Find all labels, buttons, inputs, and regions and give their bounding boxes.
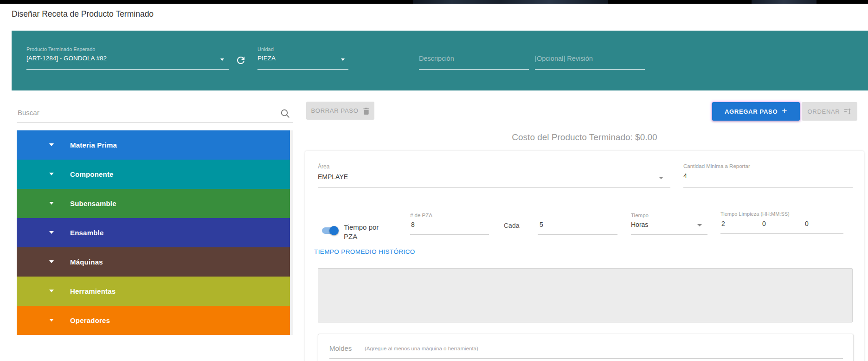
- cantidad-minima-input[interactable]: [683, 172, 850, 180]
- field-underline: [538, 234, 617, 235]
- category-label: Máquinas: [70, 258, 103, 266]
- cada-input[interactable]: [540, 221, 616, 228]
- page-title: Diseñar Receta de Producto Terminado: [12, 9, 154, 19]
- field-underline: [631, 234, 707, 235]
- moldes-hint: (Agregue al menos una máquina o herramie…: [365, 346, 478, 351]
- ordenar-button[interactable]: ORDENAR: [802, 102, 857, 121]
- category-label: Operadores: [70, 316, 110, 324]
- chevron-down-icon: [49, 173, 54, 175]
- moldes-label: Moldes: [329, 344, 352, 352]
- field-underline: [535, 69, 645, 70]
- chevron-down-icon: [49, 319, 54, 322]
- moldes-input-underline[interactable]: [329, 358, 843, 359]
- sidebar-item-ensamble[interactable]: Ensamble: [17, 218, 290, 247]
- sidebar-item-componente[interactable]: Componente: [17, 160, 290, 189]
- tiempo-por-pza-toggle[interactable]: [322, 227, 340, 234]
- category-label: Herramientas: [70, 287, 116, 295]
- chevron-down-icon: [49, 260, 54, 263]
- unidad-select[interactable]: Unidad PIEZA: [257, 31, 348, 90]
- chevron-down-icon: [697, 224, 702, 226]
- tiempo-value: Horas: [631, 221, 648, 228]
- area-label: Área: [318, 163, 329, 170]
- borrar-paso-button[interactable]: BORRAR PASO: [306, 102, 374, 120]
- cantidad-minima-label: Cantidad Minima a Reportar: [683, 163, 750, 169]
- trash-icon: [363, 107, 370, 115]
- chevron-down-icon: [220, 58, 224, 61]
- category-label: Componente: [70, 170, 114, 178]
- revision-field[interactable]: [Opcional] Revisión: [535, 31, 645, 90]
- app-window: Diseñar Receta de Producto Terminado Pro…: [0, 0, 868, 361]
- sidebar-item-materia-prima[interactable]: Materia Prima: [17, 130, 290, 160]
- search-input[interactable]: [17, 106, 278, 119]
- category-list: Materia Prima Componente Subensamble Ens…: [17, 130, 290, 335]
- sidebar-item-maquinas[interactable]: Máquinas: [17, 247, 290, 277]
- field-underline: [683, 187, 853, 188]
- field-underline: [318, 187, 670, 188]
- category-label: Subensamble: [70, 200, 116, 207]
- step-card: [305, 151, 864, 361]
- chevron-down-icon: [49, 143, 54, 146]
- costo-total-text: Costo del Producto Terminado: $0.00: [305, 132, 864, 142]
- chevron-down-icon: [49, 290, 54, 292]
- sort-icon: [844, 108, 851, 115]
- area-value: EMPLAYE: [318, 173, 348, 180]
- category-label: Materia Prima: [70, 141, 117, 149]
- limpieza-mm-input[interactable]: [762, 220, 795, 227]
- field-underline: [26, 69, 229, 70]
- chevron-down-icon: [341, 58, 345, 61]
- sidebar-scrollbar[interactable]: [290, 130, 293, 335]
- top-strip-texture: [752, 0, 817, 4]
- limpieza-ss-input[interactable]: [805, 220, 837, 227]
- descripcion-field[interactable]: Descripción: [419, 31, 529, 90]
- producto-terminado-select[interactable]: Producto Terminado Esperado [ART-1284] -…: [26, 31, 229, 90]
- revision-placeholder: [Opcional] Revisión: [535, 55, 593, 62]
- borrar-paso-label: BORRAR PASO: [311, 107, 358, 114]
- search-underline: [17, 122, 293, 122]
- ordenar-label: ORDENAR: [808, 108, 840, 115]
- chevron-down-icon: [49, 202, 54, 205]
- tiempo-por-pza-label: Tiempo por PZA: [344, 223, 392, 241]
- browser-top-strip: [0, 0, 868, 4]
- producto-terminado-value: [ART-1284] - GONDOLA #82: [26, 55, 107, 62]
- num-pza-label: # de PZA: [410, 213, 432, 218]
- field-underline: [720, 233, 843, 234]
- historico-panel: [318, 268, 853, 322]
- agregar-paso-button[interactable]: AGREGAR PASO +: [712, 102, 800, 121]
- sidebar-item-subensamble[interactable]: Subensamble: [17, 189, 290, 218]
- num-pza-input[interactable]: [411, 221, 488, 228]
- search-icon: [280, 109, 290, 121]
- category-label: Ensamble: [70, 229, 103, 237]
- top-strip-texture: [413, 0, 608, 4]
- sidebar-item-herramientas[interactable]: Herramientas: [17, 277, 290, 306]
- field-underline: [410, 234, 489, 235]
- descripcion-placeholder: Descripción: [419, 55, 454, 62]
- tiempo-label: Tiempo: [631, 213, 649, 218]
- refresh-icon[interactable]: [235, 55, 246, 66]
- unidad-value: PIEZA: [257, 55, 276, 62]
- agregar-paso-label: AGREGAR PASO: [725, 108, 778, 115]
- recipe-header-bar: Producto Terminado Esperado [ART-1284] -…: [12, 31, 868, 90]
- tiempo-promedio-historico-link[interactable]: TIEMPO PROMEDIO HISTÓRICO: [314, 248, 415, 255]
- chevron-down-icon: [659, 177, 663, 179]
- limpieza-hh-input[interactable]: [721, 220, 754, 227]
- field-underline: [257, 69, 348, 70]
- sidebar-item-operadores[interactable]: Operadores: [17, 306, 290, 335]
- field-underline: [419, 69, 529, 70]
- tiempo-limpieza-label: Tiempo Limpieza (HH:MM:SS): [720, 211, 790, 217]
- chevron-down-icon: [49, 231, 54, 234]
- producto-terminado-label: Producto Terminado Esperado: [26, 46, 95, 52]
- unidad-label: Unidad: [257, 46, 274, 52]
- toggle-thumb: [329, 226, 339, 235]
- plus-icon: +: [782, 106, 787, 116]
- cada-label: Cada: [504, 222, 519, 229]
